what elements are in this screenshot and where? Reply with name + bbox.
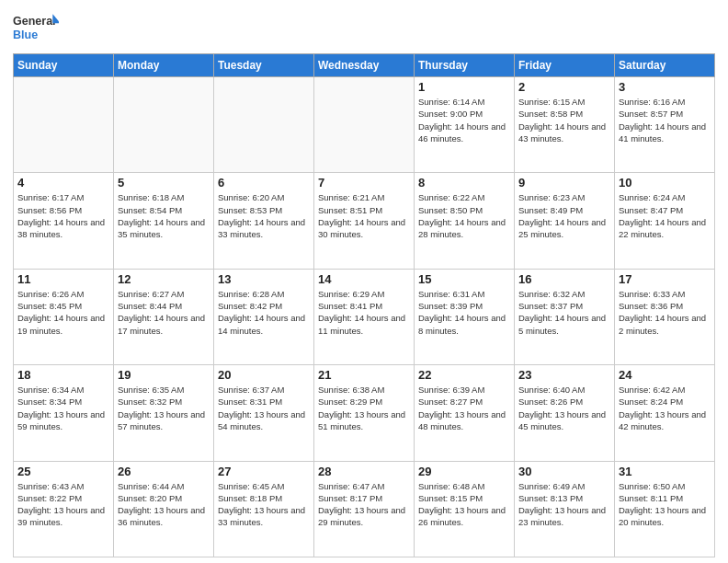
calendar-cell: 12Sunrise: 6:27 AM Sunset: 8:44 PM Dayli…	[114, 269, 214, 364]
calendar-cell	[114, 77, 214, 173]
calendar-cell: 3Sunrise: 6:16 AM Sunset: 8:57 PM Daylig…	[615, 77, 715, 173]
weekday-tuesday: Tuesday	[214, 54, 314, 77]
day-info: Sunrise: 6:50 AM Sunset: 8:11 PM Dayligh…	[619, 480, 711, 529]
day-number: 22	[418, 368, 510, 382]
svg-text:Blue: Blue	[13, 29, 38, 41]
calendar-table: SundayMondayTuesdayWednesdayThursdayFrid…	[13, 53, 715, 557]
day-number: 20	[218, 368, 310, 382]
day-info: Sunrise: 6:27 AM Sunset: 8:44 PM Dayligh…	[118, 288, 210, 337]
calendar-cell: 18Sunrise: 6:34 AM Sunset: 8:34 PM Dayli…	[14, 365, 114, 461]
calendar-cell: 21Sunrise: 6:38 AM Sunset: 8:29 PM Dayli…	[314, 365, 415, 461]
calendar-cell: 27Sunrise: 6:45 AM Sunset: 8:18 PM Dayli…	[214, 461, 314, 557]
day-info: Sunrise: 6:38 AM Sunset: 8:29 PM Dayligh…	[318, 384, 410, 432]
day-info: Sunrise: 6:23 AM Sunset: 8:49 PM Dayligh…	[518, 191, 610, 240]
weekday-header-row: SundayMondayTuesdayWednesdayThursdayFrid…	[14, 54, 715, 77]
calendar-cell: 1Sunrise: 6:14 AM Sunset: 9:00 PM Daylig…	[415, 77, 515, 173]
calendar-cell: 19Sunrise: 6:35 AM Sunset: 8:32 PM Dayli…	[114, 365, 214, 461]
page: General Blue SundayMondayTuesdayWednesda…	[0, 0, 728, 563]
calendar-cell: 7Sunrise: 6:21 AM Sunset: 8:51 PM Daylig…	[314, 173, 415, 269]
day-info: Sunrise: 6:17 AM Sunset: 8:56 PM Dayligh…	[17, 191, 109, 240]
day-number: 25	[17, 465, 109, 478]
day-number: 8	[418, 176, 510, 190]
day-info: Sunrise: 6:45 AM Sunset: 8:18 PM Dayligh…	[218, 480, 310, 529]
day-number: 6	[218, 176, 310, 190]
weekday-friday: Friday	[515, 54, 615, 77]
day-number: 19	[118, 368, 210, 382]
day-number: 13	[218, 272, 310, 286]
calendar-cell: 20Sunrise: 6:37 AM Sunset: 8:31 PM Dayli…	[214, 365, 314, 461]
day-number: 29	[418, 465, 510, 478]
day-info: Sunrise: 6:14 AM Sunset: 9:00 PM Dayligh…	[418, 96, 510, 144]
calendar-cell: 23Sunrise: 6:40 AM Sunset: 8:26 PM Dayli…	[515, 365, 615, 461]
day-info: Sunrise: 6:39 AM Sunset: 8:27 PM Dayligh…	[418, 384, 510, 432]
week-row-2: 4Sunrise: 6:17 AM Sunset: 8:56 PM Daylig…	[14, 173, 715, 269]
day-number: 10	[619, 176, 711, 190]
day-number: 21	[318, 368, 410, 382]
calendar-cell: 15Sunrise: 6:31 AM Sunset: 8:39 PM Dayli…	[415, 269, 515, 364]
weekday-sunday: Sunday	[14, 54, 114, 77]
day-info: Sunrise: 6:16 AM Sunset: 8:57 PM Dayligh…	[619, 96, 711, 144]
day-number: 24	[619, 368, 711, 382]
day-info: Sunrise: 6:49 AM Sunset: 8:13 PM Dayligh…	[518, 480, 610, 529]
week-row-3: 11Sunrise: 6:26 AM Sunset: 8:45 PM Dayli…	[14, 269, 715, 364]
week-row-5: 25Sunrise: 6:43 AM Sunset: 8:22 PM Dayli…	[14, 461, 715, 557]
calendar-cell: 2Sunrise: 6:15 AM Sunset: 8:58 PM Daylig…	[515, 77, 615, 173]
day-info: Sunrise: 6:31 AM Sunset: 8:39 PM Dayligh…	[418, 288, 510, 337]
weekday-monday: Monday	[114, 54, 214, 77]
calendar-cell: 17Sunrise: 6:33 AM Sunset: 8:36 PM Dayli…	[615, 269, 715, 364]
calendar-cell	[214, 77, 314, 173]
week-row-4: 18Sunrise: 6:34 AM Sunset: 8:34 PM Dayli…	[14, 365, 715, 461]
day-number: 27	[218, 465, 310, 478]
calendar-cell: 24Sunrise: 6:42 AM Sunset: 8:24 PM Dayli…	[615, 365, 715, 461]
calendar-cell	[314, 77, 415, 173]
day-number: 16	[518, 272, 610, 286]
day-number: 12	[118, 272, 210, 286]
calendar-cell: 22Sunrise: 6:39 AM Sunset: 8:27 PM Dayli…	[415, 365, 515, 461]
day-number: 30	[518, 465, 610, 478]
day-info: Sunrise: 6:18 AM Sunset: 8:54 PM Dayligh…	[118, 191, 210, 240]
weekday-wednesday: Wednesday	[314, 54, 415, 77]
calendar-cell: 9Sunrise: 6:23 AM Sunset: 8:49 PM Daylig…	[515, 173, 615, 269]
calendar-cell: 26Sunrise: 6:44 AM Sunset: 8:20 PM Dayli…	[114, 461, 214, 557]
day-number: 5	[118, 176, 210, 190]
calendar-cell: 16Sunrise: 6:32 AM Sunset: 8:37 PM Dayli…	[515, 269, 615, 364]
logo: General Blue	[13, 9, 59, 48]
day-number: 15	[418, 272, 510, 286]
day-number: 18	[17, 368, 109, 382]
day-info: Sunrise: 6:20 AM Sunset: 8:53 PM Dayligh…	[218, 191, 310, 240]
calendar-cell: 28Sunrise: 6:47 AM Sunset: 8:17 PM Dayli…	[314, 461, 415, 557]
day-info: Sunrise: 6:15 AM Sunset: 8:58 PM Dayligh…	[518, 96, 610, 144]
header: General Blue	[13, 9, 715, 48]
day-info: Sunrise: 6:29 AM Sunset: 8:41 PM Dayligh…	[318, 288, 410, 337]
calendar-cell: 30Sunrise: 6:49 AM Sunset: 8:13 PM Dayli…	[515, 461, 615, 557]
weekday-saturday: Saturday	[615, 54, 715, 77]
calendar-cell: 11Sunrise: 6:26 AM Sunset: 8:45 PM Dayli…	[14, 269, 114, 364]
day-info: Sunrise: 6:26 AM Sunset: 8:45 PM Dayligh…	[17, 288, 109, 337]
day-number: 3	[619, 80, 711, 94]
calendar-cell: 4Sunrise: 6:17 AM Sunset: 8:56 PM Daylig…	[14, 173, 114, 269]
day-number: 26	[118, 465, 210, 478]
calendar-cell: 8Sunrise: 6:22 AM Sunset: 8:50 PM Daylig…	[415, 173, 515, 269]
weekday-thursday: Thursday	[415, 54, 515, 77]
svg-text:General: General	[13, 15, 56, 28]
day-info: Sunrise: 6:32 AM Sunset: 8:37 PM Dayligh…	[518, 288, 610, 337]
day-info: Sunrise: 6:42 AM Sunset: 8:24 PM Dayligh…	[619, 384, 711, 432]
day-info: Sunrise: 6:44 AM Sunset: 8:20 PM Dayligh…	[118, 480, 210, 529]
day-info: Sunrise: 6:21 AM Sunset: 8:51 PM Dayligh…	[318, 191, 410, 240]
calendar-cell: 14Sunrise: 6:29 AM Sunset: 8:41 PM Dayli…	[314, 269, 415, 364]
day-info: Sunrise: 6:24 AM Sunset: 8:47 PM Dayligh…	[619, 191, 711, 240]
calendar-cell: 31Sunrise: 6:50 AM Sunset: 8:11 PM Dayli…	[615, 461, 715, 557]
day-info: Sunrise: 6:22 AM Sunset: 8:50 PM Dayligh…	[418, 191, 510, 240]
calendar-cell	[14, 77, 114, 173]
day-info: Sunrise: 6:37 AM Sunset: 8:31 PM Dayligh…	[218, 384, 310, 432]
day-number: 7	[318, 176, 410, 190]
day-number: 9	[518, 176, 610, 190]
day-number: 14	[318, 272, 410, 286]
day-number: 1	[418, 80, 510, 94]
day-number: 17	[619, 272, 711, 286]
calendar-cell: 29Sunrise: 6:48 AM Sunset: 8:15 PM Dayli…	[415, 461, 515, 557]
day-number: 23	[518, 368, 610, 382]
day-number: 11	[17, 272, 109, 286]
calendar-cell: 10Sunrise: 6:24 AM Sunset: 8:47 PM Dayli…	[615, 173, 715, 269]
calendar-cell: 5Sunrise: 6:18 AM Sunset: 8:54 PM Daylig…	[114, 173, 214, 269]
